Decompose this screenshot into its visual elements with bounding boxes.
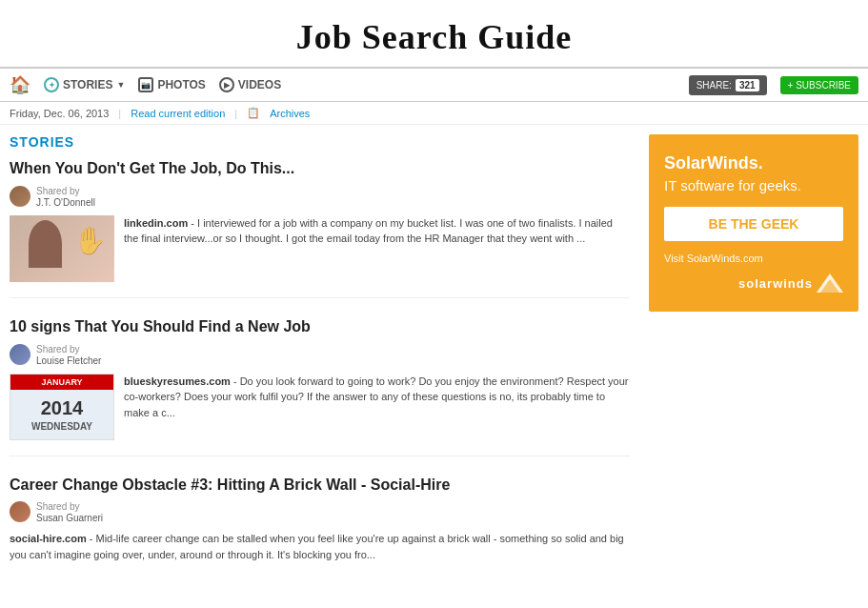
date-label: Friday, Dec. 06, 2013	[10, 108, 109, 119]
story-title[interactable]: 10 signs That You Should Find a New Job	[10, 317, 630, 337]
story-shared: Shared by Susan Guarneri	[10, 500, 630, 523]
story-shared: Shared by Louise Fletcher	[10, 343, 630, 366]
play-icon: ▶	[219, 77, 234, 92]
main-layout: STORIES When You Don't Get The Job, Do T…	[0, 125, 868, 606]
story-body: JANUARY 2014 WEDNESDAY blueskyresumes.co…	[10, 374, 630, 440]
nav-stories[interactable]: ✦ STORIES ▼	[44, 77, 125, 92]
archive-icon: 📋	[247, 107, 260, 119]
page-title: Job Search Guide	[0, 17, 868, 57]
nav-photos[interactable]: 📷 PHOTOS	[138, 77, 205, 92]
stories-heading: STORIES	[10, 134, 630, 150]
page-header: Job Search Guide	[0, 0, 868, 69]
solarwinds-logo-icon	[817, 274, 843, 293]
shared-by-label: Shared by	[36, 343, 101, 355]
avatar	[10, 186, 30, 207]
ad-brand-text: solarwinds	[738, 276, 813, 291]
story-item: 10 signs That You Should Find a New Job …	[10, 317, 630, 456]
ad-title: SolarWinds.	[664, 153, 843, 173]
ad-brand: solarwinds	[664, 274, 843, 293]
camera-icon: 📷	[138, 77, 153, 92]
ad-visit-label: Visit SolarWinds.com	[664, 253, 843, 264]
story-excerpt: linkedin.com - I interviewed for a job w…	[124, 215, 630, 282]
nav-videos[interactable]: ▶ VIDEOS	[219, 77, 281, 92]
read-edition-link[interactable]: Read current edition	[131, 108, 225, 119]
ad-cta-button[interactable]: BE THE GEEK	[664, 207, 843, 241]
shared-by-label: Shared by	[36, 185, 95, 197]
author-name: J.T. O'Donnell	[36, 197, 95, 208]
navbar: 🏠 ✦ STORIES ▼ 📷 PHOTOS ▶ VIDEOS SHARE: 3…	[0, 69, 868, 102]
avatar	[10, 344, 30, 365]
home-icon[interactable]: 🏠	[10, 74, 30, 95]
story-title[interactable]: When You Don't Get The Job, Do This...	[10, 159, 630, 179]
subbar: Friday, Dec. 06, 2013 | Read current edi…	[0, 102, 868, 125]
ad-subtitle: IT software for geeks.	[664, 177, 843, 193]
stories-icon: ✦	[44, 77, 59, 92]
story-thumbnail	[10, 215, 114, 282]
story-excerpt: social-hire.com - Mid-life career change…	[10, 531, 630, 562]
story-item: Career Change Obstacle #3: Hitting A Bri…	[10, 476, 630, 578]
story-thumbnail: JANUARY 2014 WEDNESDAY	[10, 374, 114, 440]
ad-box: SolarWinds. IT software for geeks. BE TH…	[649, 134, 858, 312]
content-area: STORIES When You Don't Get The Job, Do T…	[10, 134, 630, 597]
story-item: When You Don't Get The Job, Do This... S…	[10, 159, 630, 298]
avatar	[10, 501, 30, 522]
author-name: Louise Fletcher	[36, 355, 101, 366]
share-button[interactable]: SHARE: 321	[689, 75, 767, 95]
story-shared: Shared by J.T. O'Donnell	[10, 185, 630, 208]
story-title[interactable]: Career Change Obstacle #3: Hitting A Bri…	[10, 476, 630, 496]
story-excerpt: blueskyresumes.com - Do you look forward…	[124, 374, 630, 440]
story-body: linkedin.com - I interviewed for a job w…	[10, 215, 630, 282]
subscribe-button[interactable]: + SUBSCRIBE	[780, 76, 858, 94]
shared-by-label: Shared by	[36, 500, 103, 513]
archives-link[interactable]: Archives	[270, 108, 310, 119]
sidebar: SolarWinds. IT software for geeks. BE TH…	[649, 134, 858, 597]
author-name: Susan Guarneri	[36, 513, 103, 523]
